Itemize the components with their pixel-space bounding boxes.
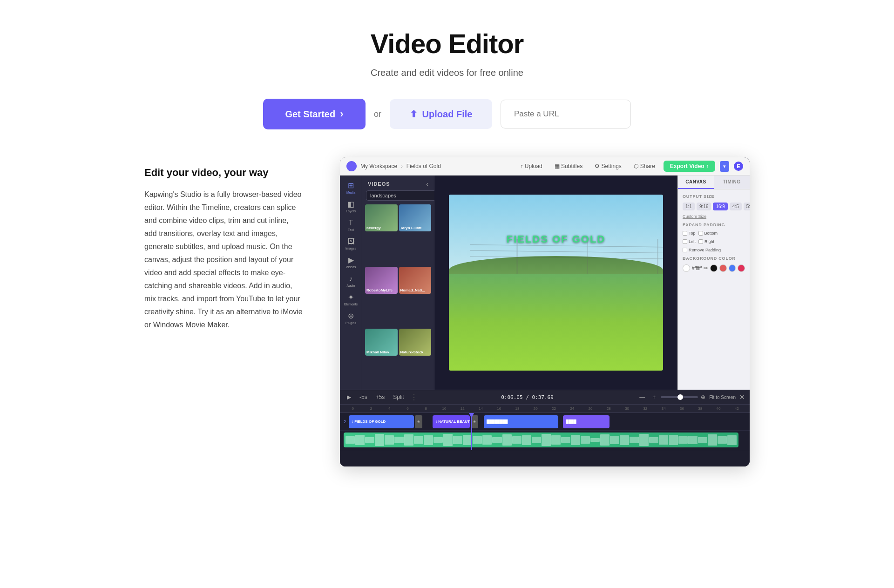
media-thumb-5[interactable]: Mikhail Nilov (365, 329, 398, 356)
media-thumb-4[interactable]: Nomad_Nati... (399, 267, 432, 294)
zoom-bar[interactable] (661, 396, 698, 398)
editor-topbar: My Workspace › Fields of Gold ↑ Upload ▦… (340, 157, 750, 176)
clip-natural-beauty[interactable]: ↕ NATURAL BEAUTY (433, 415, 470, 428)
padding-top-item: Top (683, 231, 696, 236)
ruler-mark: 28 (600, 406, 618, 411)
size-1-1-button[interactable]: 1:1 (683, 203, 695, 210)
timeline-close-button[interactable]: ✕ (739, 393, 745, 401)
sidebar-item-videos[interactable]: ▶ Videos (343, 254, 359, 270)
media-thumb-6[interactable]: Nature-Stock... (399, 329, 432, 356)
collapse-media-button[interactable]: ‹ (426, 180, 428, 188)
output-size-label: OUTPUT SIZE (683, 194, 745, 199)
editor-body: ⊞ Media ◧ Layers T Text 🖼 (340, 176, 750, 390)
color-black[interactable] (710, 264, 718, 272)
size-16-9-button[interactable]: 16:9 (713, 203, 727, 210)
share-icon: ⬡ (634, 163, 638, 169)
plugins-icon: ⊕ (348, 311, 354, 320)
clip-handle-2[interactable]: ◈ (471, 415, 478, 428)
ruler-mark: 10 (435, 406, 453, 411)
canvas-video: FIELDS OF GOLD (449, 195, 663, 370)
remove-padding-checkbox[interactable] (683, 248, 687, 252)
media-search-row: Go (366, 190, 430, 201)
color-red[interactable] (719, 264, 727, 272)
fit-screen-button[interactable]: Fit to Screen (709, 395, 736, 400)
svg-line-2 (470, 256, 663, 259)
right-panel-content: OUTPUT SIZE 1:1 9:16 16:9 4:5 5:4 Custom… (678, 189, 750, 277)
thumb-label-5: Mikhail Nilov (366, 350, 389, 354)
ruler-mark: 14 (472, 406, 490, 411)
bg-color-swatch[interactable] (683, 264, 690, 272)
color-blue[interactable] (729, 264, 736, 272)
zoom-out-button[interactable]: — (637, 392, 647, 402)
padding-left-checkbox[interactable] (683, 239, 687, 244)
upload-file-button[interactable]: ⬆ Upload File (390, 99, 492, 129)
padding-top-checkbox[interactable] (683, 231, 687, 236)
content-section: Edit your video, your way Kapwing's Stud… (126, 157, 768, 466)
time-display: 0:06.05 / 0:37.69 (501, 394, 554, 400)
color-edit-icon[interactable]: ✏ (704, 265, 708, 271)
hero-subtitle: Create and edit videos for free online (9, 68, 885, 78)
skip-fwd-button[interactable]: +5s (373, 392, 387, 402)
export-button[interactable]: Export Video ↑ (664, 161, 715, 172)
upload-button[interactable]: ↑ Upload (516, 161, 546, 171)
project-name[interactable]: Fields of Gold (406, 163, 441, 169)
video-track-1: 2 ↕ FIELDS OF GOLD ◈ ↕ (340, 413, 750, 431)
media-search-input[interactable] (366, 190, 439, 201)
custom-size-link[interactable]: Custom Size (683, 214, 745, 219)
size-5-4-button[interactable]: 5:4 (744, 203, 750, 210)
zoom-icon: ⊕ (701, 394, 705, 400)
color-pink[interactable] (738, 264, 745, 272)
sidebar-item-layers[interactable]: ◧ Layers (343, 198, 359, 215)
url-input[interactable] (501, 100, 631, 128)
clip-video-4[interactable]: ████ (563, 415, 610, 428)
padding-bottom-item: Bottom (698, 231, 718, 236)
media-icon: ⊞ (348, 181, 354, 190)
sidebar-item-media[interactable]: ⊞ Media (343, 179, 359, 196)
media-panel-header: VIDEOS ‹ (362, 176, 434, 190)
user-avatar[interactable]: E (734, 162, 743, 171)
clip-handle-1[interactable]: ◈ (415, 415, 422, 428)
padding-bottom-checkbox[interactable] (698, 231, 703, 236)
timeline-toolbar: ▶ -5s +5s Split ⋮ 0:06.05 / 0:37.69 — + (340, 390, 750, 405)
export-dropdown-button[interactable]: ▾ (720, 161, 729, 172)
subtitles-button[interactable]: ▦ Subtitles (551, 161, 586, 171)
ruler-mark: 4 (380, 406, 399, 411)
clip-label-2: NATURAL BEAUTY (438, 419, 470, 424)
tab-canvas[interactable]: CANVAS (678, 176, 714, 189)
media-thumb-2[interactable]: Taryn Elliott (399, 204, 432, 231)
zoom-in-button[interactable]: + (650, 392, 658, 402)
media-thumb-3[interactable]: RobertoMyLife (365, 267, 398, 294)
clip-video-3[interactable]: ████████ (484, 415, 558, 428)
tab-timing[interactable]: TIMING (714, 176, 750, 189)
output-size-row: 1:1 9:16 16:9 4:5 5:4 (683, 203, 745, 210)
play-button[interactable]: ▶ (345, 392, 353, 402)
sidebar-item-text[interactable]: T Text (343, 216, 359, 233)
padding-right-checkbox[interactable] (698, 239, 703, 244)
media-grid: bellergy Taryn Elliott RobertoMyLife (362, 204, 434, 390)
ruler-mark: 12 (454, 406, 472, 411)
zoom-handle[interactable] (677, 394, 683, 400)
get-started-button[interactable]: Get Started › (263, 99, 366, 129)
size-4-5-button[interactable]: 4:5 (730, 203, 742, 210)
ruler-mark: 38 (691, 406, 709, 411)
sidebar-item-audio[interactable]: ♪ Audio (343, 272, 359, 289)
media-thumb-1[interactable]: bellergy (365, 204, 398, 231)
size-9-16-button[interactable]: 9:16 (697, 203, 711, 210)
clip-icon-1: ↕ (352, 419, 353, 424)
split-button[interactable]: Split (391, 392, 406, 402)
clip-fields-of-gold[interactable]: ↕ FIELDS OF GOLD (349, 415, 414, 428)
settings-button[interactable]: ⚙ Settings (591, 161, 625, 171)
skip-back-button[interactable]: -5s (357, 392, 370, 402)
audio-waveform[interactable] (344, 433, 738, 447)
ruler-mark: 34 (655, 406, 673, 411)
sidebar-item-elements[interactable]: ✦ Elements (343, 291, 359, 308)
ruler-mark: 26 (581, 406, 599, 411)
workspace-label[interactable]: My Workspace (360, 163, 397, 169)
ruler-mark: 18 (508, 406, 526, 411)
ruler-mark: 30 (618, 406, 636, 411)
share-button[interactable]: ⬡ Share (630, 161, 659, 171)
get-started-label: Get Started (285, 109, 335, 120)
sidebar-item-plugins[interactable]: ⊕ Plugins (343, 310, 359, 326)
sidebar-item-images[interactable]: 🖼 Images (343, 235, 359, 252)
editor-canvas-area: FIELDS OF GOLD (434, 176, 677, 390)
